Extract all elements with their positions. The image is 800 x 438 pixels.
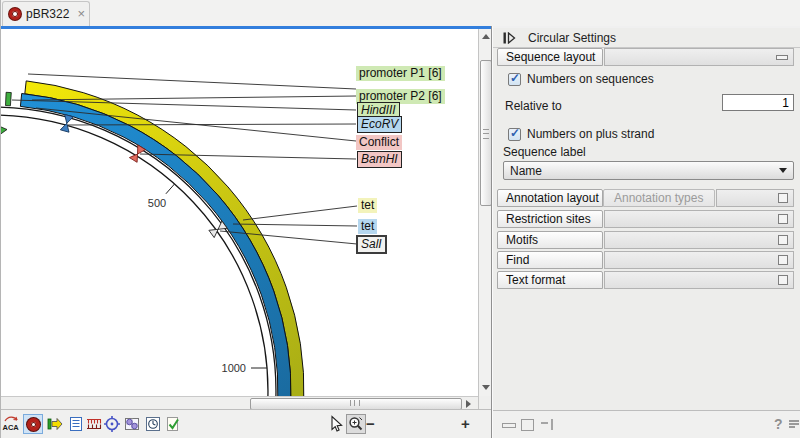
tab-bar: pBR322 ×: [0, 0, 800, 26]
restriction-map-button[interactable]: [84, 414, 104, 434]
history-view-button[interactable]: [143, 414, 163, 434]
scroll-right-button[interactable]: [462, 399, 474, 408]
numbers-on-sequences-checkbox[interactable]: ✓: [508, 73, 521, 86]
cursor-arrow-icon: [327, 415, 345, 433]
circular-view-button[interactable]: [23, 414, 43, 434]
tick-label-1000: 1000: [222, 362, 246, 374]
settings-panel: Circular Settings Sequence layout ✓ Numb…: [493, 28, 800, 410]
text-view-button[interactable]: [66, 414, 86, 434]
sequence-layout-tab[interactable]: Sequence layout: [497, 48, 603, 66]
circular-arrows-icon: [103, 415, 121, 433]
expand-section-icon[interactable]: [778, 193, 788, 203]
report-check-icon: [164, 415, 182, 433]
scrollbar-corner: [478, 396, 491, 409]
svg-text:ACA: ACA: [3, 423, 20, 432]
relative-to-label: Relative to: [505, 99, 562, 113]
up-arrow-icon: [482, 34, 490, 39]
expand-section-icon[interactable]: [778, 214, 788, 224]
annotation-label-tet-2[interactable]: tet: [358, 219, 377, 234]
dock-panel-icon[interactable]: [541, 419, 553, 430]
expand-section-icon[interactable]: [778, 255, 788, 265]
scroll-down-button[interactable]: [481, 383, 490, 392]
text-format-track: [604, 271, 794, 289]
find-tab[interactable]: Find: [497, 251, 603, 269]
restriction-comb-icon: [85, 415, 103, 433]
panel-menu-icon[interactable]: [789, 420, 799, 430]
down-arrow-icon: [482, 385, 490, 390]
window-edge: [0, 0, 1, 438]
annotation-table-button[interactable]: [45, 414, 65, 434]
restore-panel-icon[interactable]: [521, 419, 534, 431]
checkmark-icon: ✓: [510, 126, 520, 140]
promoter-arrow-marker[interactable]: [0, 127, 7, 135]
restriction-sites-track: [604, 210, 794, 228]
annotation-layout-tab[interactable]: Annotation layout: [497, 189, 603, 207]
restriction-label-sali[interactable]: SalI: [356, 235, 387, 254]
expand-section-icon[interactable]: [778, 235, 788, 245]
circular-overview-button[interactable]: [102, 414, 122, 434]
view-toolbar: ACA: [0, 409, 491, 438]
tab-close-icon[interactable]: ×: [77, 8, 85, 20]
text-format-tab[interactable]: Text format: [497, 271, 603, 289]
scroll-up-button[interactable]: [481, 32, 490, 41]
tab-pbr322[interactable]: pBR322 ×: [2, 1, 90, 26]
collapse-section-icon[interactable]: [776, 55, 788, 60]
plasmid-icon: [9, 8, 21, 20]
expand-section-icon[interactable]: [778, 275, 788, 285]
tick-label-500: 500: [148, 197, 166, 209]
sequence-layout-track: [604, 48, 794, 66]
right-arrow-icon: [466, 400, 471, 408]
circular-view-icon: [27, 418, 40, 431]
restriction-label-bamhi[interactable]: BamHI: [357, 151, 402, 168]
annotation-label-conflict[interactable]: Conflict: [356, 135, 402, 150]
chevron-down-icon: [779, 168, 787, 173]
settings-panel-header[interactable]: Circular Settings: [493, 28, 800, 48]
numbers-on-plus-strand-row: ✓ Numbers on plus strand: [508, 127, 654, 141]
checkmark-icon: ✓: [510, 71, 520, 85]
annotation-header: Annotation layout Annotation types: [497, 189, 794, 207]
dot-plot-icon: [123, 415, 141, 433]
annotation-arrow-icon: [46, 415, 64, 433]
numbers-on-sequences-row: ✓ Numbers on sequences: [508, 72, 654, 86]
promoter-annotation-fragment[interactable]: [6, 92, 12, 106]
sequence-label-caption: Sequence label: [503, 145, 586, 159]
sequence-layout-header: Sequence layout: [497, 48, 794, 66]
zoom-out-button[interactable]: −: [366, 418, 375, 430]
sequence-label-value: Name: [510, 164, 779, 178]
annotation-label-tet-1[interactable]: tet: [358, 198, 377, 213]
circular-view-canvas[interactable]: 500 1000 promoter P1 [6] promoter P2 [6]…: [0, 29, 478, 396]
restriction-sites-tab[interactable]: Restriction sites: [497, 210, 603, 228]
annotation-types-tab[interactable]: Annotation types: [603, 189, 715, 207]
help-button[interactable]: ?: [774, 416, 783, 432]
sequence-label-dropdown[interactable]: Name: [503, 161, 794, 180]
sequence-view-button[interactable]: ACA: [1, 414, 21, 434]
magnifier-icon: [347, 415, 365, 433]
dot-plot-button[interactable]: [122, 414, 142, 434]
horizontal-scrollbar[interactable]: [0, 396, 478, 409]
annotation-label-promoter-p1[interactable]: promoter P1 [6]: [356, 66, 445, 81]
settings-panel-title: Circular Settings: [528, 31, 616, 45]
sequence-text-icon: ACA: [2, 415, 20, 433]
zoom-tool-button[interactable]: [346, 414, 366, 434]
restriction-label-ecorv[interactable]: EcoRV: [357, 116, 402, 133]
numbers-on-plus-strand-label: Numbers on plus strand: [527, 127, 654, 141]
minimize-panel-icon[interactable]: [502, 423, 516, 428]
ecorv-site-marker[interactable]: [60, 114, 73, 132]
plasmid-graphic: 500 1000: [0, 29, 478, 396]
collapse-sidebar-icon: [503, 32, 516, 44]
text-format-header: Text format: [497, 271, 794, 289]
vertical-scrollbar[interactable]: [478, 29, 491, 396]
pointer-tool-button[interactable]: [326, 414, 346, 434]
tab-title: pBR322: [26, 7, 69, 21]
report-view-button[interactable]: [163, 414, 183, 434]
text-document-icon: [67, 415, 85, 433]
motifs-header: Motifs: [497, 231, 794, 249]
relative-to-input[interactable]: [722, 94, 794, 111]
numbers-on-plus-strand-checkbox[interactable]: ✓: [508, 128, 521, 141]
motifs-tab[interactable]: Motifs: [497, 231, 603, 249]
find-header: Find: [497, 251, 794, 269]
numbers-on-sequences-label: Numbers on sequences: [527, 72, 654, 86]
zoom-in-button[interactable]: +: [461, 418, 470, 430]
motifs-track: [604, 231, 794, 249]
scroll-grip-icon: [483, 129, 489, 139]
